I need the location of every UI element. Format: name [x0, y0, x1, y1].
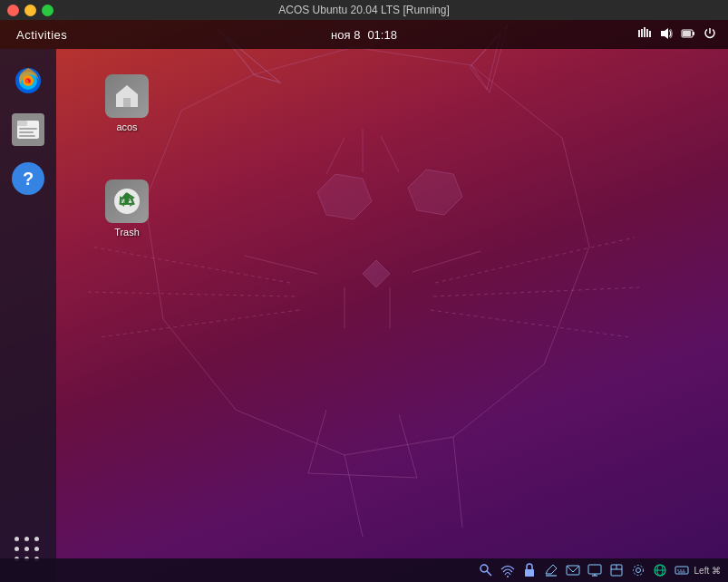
svg-line-6	[453, 437, 462, 528]
volume-icon[interactable]	[659, 26, 674, 44]
topbar-left: Activities	[11, 26, 73, 44]
svg-point-59	[636, 568, 640, 573]
trash-label: Trash	[114, 227, 140, 238]
taskbar-wifi-icon[interactable]	[499, 561, 517, 579]
dock-item-help[interactable]: ?	[7, 158, 49, 199]
svg-rect-64	[675, 567, 688, 574]
window-chrome: ACOS Ubuntu 20.04 LTS [Running]	[0, 0, 728, 20]
svg-rect-29	[646, 29, 648, 37]
taskbar-package-icon[interactable]	[607, 561, 626, 579]
svg-rect-26	[638, 30, 640, 37]
taskbar-settings-icon[interactable]	[629, 561, 647, 579]
taskbar-lock-icon[interactable]	[520, 561, 539, 579]
svg-line-11	[433, 287, 639, 296]
topbar-date: ноя 8	[331, 28, 360, 42]
window-controls[interactable]	[7, 5, 53, 16]
taskbar-monitor-icon[interactable]	[586, 561, 604, 579]
taskbar-globe-icon[interactable]	[651, 561, 669, 579]
svg-marker-15	[363, 260, 390, 287]
topbar-right	[637, 26, 717, 44]
help-icon-circle: ?	[12, 162, 44, 195]
trash-icon-image	[105, 179, 149, 223]
topbar: Activities ноя 8 01:18	[0, 20, 728, 49]
desktop: Activities ноя 8 01:18	[0, 20, 728, 582]
svg-line-20	[381, 136, 399, 172]
svg-rect-41	[19, 128, 37, 130]
minimize-button[interactable]	[24, 5, 36, 16]
taskbar-keyboard-icon[interactable]	[673, 561, 691, 579]
taskbar-mail-icon[interactable]	[564, 561, 582, 579]
svg-point-49	[507, 576, 509, 577]
svg-rect-43	[19, 135, 35, 137]
svg-line-24	[399, 414, 417, 478]
network-icon[interactable]	[637, 26, 652, 44]
svg-rect-27	[641, 29, 643, 37]
svg-line-7	[91, 247, 290, 283]
taskbar-search-icon[interactable]	[477, 561, 495, 579]
svg-line-18	[326, 138, 345, 174]
close-button[interactable]	[7, 5, 19, 16]
svg-line-25	[308, 473, 417, 478]
battery-icon[interactable]	[681, 26, 695, 44]
activities-button[interactable]: Activities	[11, 26, 73, 44]
svg-line-9	[100, 310, 299, 337]
svg-line-48	[487, 571, 491, 576]
svg-rect-33	[693, 32, 694, 35]
svg-line-10	[435, 238, 635, 283]
svg-point-60	[633, 566, 643, 576]
svg-rect-50	[525, 569, 534, 577]
desktop-icon-trash[interactable]: Trash	[91, 176, 163, 241]
acos-label: acos	[116, 121, 137, 132]
topbar-time: 01:18	[367, 28, 397, 42]
taskbar-edit-icon[interactable]	[542, 561, 560, 579]
svg-marker-13	[317, 174, 372, 219]
svg-marker-14	[408, 170, 462, 215]
svg-marker-31	[661, 28, 668, 39]
taskbar-bottom: Left ⌘	[0, 558, 728, 582]
svg-line-12	[431, 310, 630, 337]
svg-rect-28	[644, 27, 645, 37]
svg-marker-0	[145, 47, 589, 455]
svg-point-47	[480, 565, 488, 572]
svg-line-22	[413, 251, 480, 272]
power-icon[interactable]	[703, 26, 717, 44]
svg-rect-53	[588, 565, 601, 574]
taskbar-left-label: Left ⌘	[694, 566, 721, 576]
svg-rect-34	[683, 31, 691, 36]
svg-line-8	[86, 292, 295, 296]
svg-rect-30	[649, 31, 651, 37]
svg-rect-42	[19, 131, 34, 133]
window-title: ACOS Ubuntu 20.04 LTS [Running]	[278, 4, 450, 16]
maximize-button[interactable]	[42, 5, 53, 16]
acos-icon-image	[105, 74, 149, 118]
topbar-center: ноя 8 01:18	[331, 28, 397, 42]
desktop-icon-acos[interactable]: acos	[91, 71, 163, 136]
svg-line-21	[245, 256, 317, 274]
svg-rect-45	[123, 98, 131, 107]
svg-line-23	[308, 410, 326, 473]
svg-rect-40	[17, 121, 27, 126]
svg-line-5	[345, 455, 363, 537]
dock-item-files[interactable]	[7, 109, 49, 150]
dock-item-firefox[interactable]	[7, 60, 49, 102]
dock: ?	[0, 49, 56, 582]
